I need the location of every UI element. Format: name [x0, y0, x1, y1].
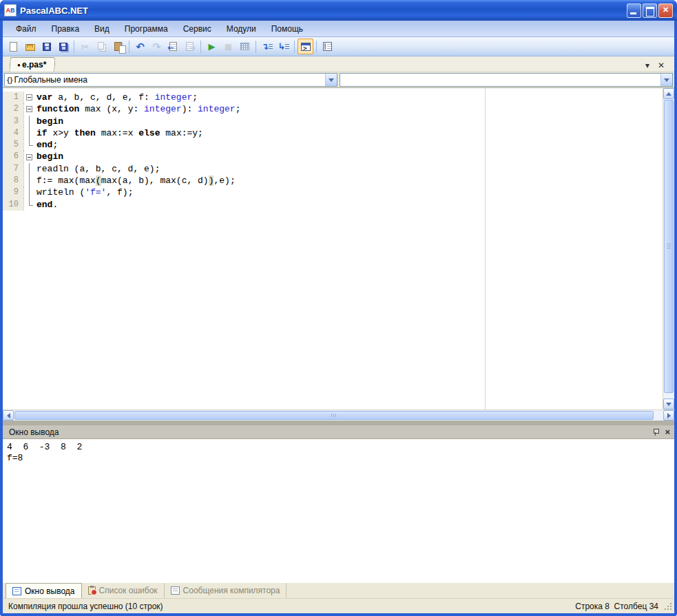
paste-button[interactable]	[110, 39, 126, 54]
save-button[interactable]	[39, 39, 54, 54]
bottom-tab-label: Список ошибок	[99, 586, 158, 595]
fold-collapse-icon[interactable]	[26, 94, 32, 100]
tab-list-dropdown-icon[interactable]: ▾	[641, 59, 654, 72]
show-console-icon	[301, 43, 311, 51]
step-into-button[interactable]	[259, 39, 275, 54]
tab-close-icon[interactable]: ✕	[654, 59, 669, 72]
run-button[interactable]	[204, 39, 220, 54]
line-number: 9	[3, 187, 23, 198]
code-token: var	[37, 92, 52, 103]
line-number: 8	[3, 175, 23, 187]
code-token: if	[37, 128, 48, 138]
pin-icon[interactable]	[652, 428, 659, 436]
menu-item-3[interactable]: Программа	[117, 22, 176, 36]
fold-marker[interactable]	[23, 103, 34, 115]
code-token: integer	[155, 92, 193, 103]
bottom-tab-0[interactable]: Окно вывода	[6, 583, 82, 598]
bottom-tab-1[interactable]: Список ошибок	[82, 583, 165, 598]
code-text: var a, b, c, d, e, f: integer;	[34, 92, 198, 103]
horizontal-scrollbar[interactable]	[3, 410, 674, 421]
code-text: function max (x, y: integer): integer;	[34, 103, 240, 115]
fold-marker[interactable]	[23, 92, 34, 103]
member-combo[interactable]	[340, 73, 673, 87]
output-close-icon[interactable]: ×	[665, 428, 670, 436]
print-margin-line	[485, 88, 486, 410]
copy-icon	[98, 42, 104, 50]
code-line: 9writeln ('f=', f);	[3, 187, 663, 198]
toolbar-separator	[256, 41, 256, 53]
code-token: end	[37, 140, 52, 150]
save-all-button[interactable]	[55, 39, 71, 54]
tab-e-pas[interactable]: ● e.pas*	[9, 57, 56, 72]
step-over-icon	[278, 41, 289, 52]
code-line: 10end.	[3, 199, 663, 211]
menu-item-6[interactable]: Помощь	[264, 22, 311, 36]
stop-button	[220, 39, 236, 54]
line-number: 3	[3, 116, 23, 127]
panel-splitter[interactable]	[3, 421, 674, 425]
code-line: 4if x>y then max:=x else max:=y;	[3, 127, 663, 139]
goto-prev-button[interactable]	[165, 39, 181, 54]
step-over-button[interactable]	[275, 39, 291, 54]
run-icon	[206, 41, 218, 52]
code-text: if x>y then max:=x else max:=y;	[34, 127, 203, 139]
resize-grip[interactable]	[664, 602, 673, 611]
maximize-button[interactable]	[643, 3, 657, 18]
menu-item-0[interactable]: Файл	[8, 22, 44, 36]
title-bar: PascalABC.NET	[0, 0, 677, 21]
code-line: 2function max (x, y: integer): integer;	[3, 103, 663, 115]
code-editor[interactable]: 1var a, b, c, d, e, f: integer;2function…	[3, 88, 674, 410]
scope-combo[interactable]: {} Глобальные имена	[4, 73, 337, 87]
code-token: ):	[182, 104, 198, 114]
code-token: begin	[37, 151, 63, 162]
modified-dot: ●	[17, 62, 21, 68]
vertical-scroll-thumb[interactable]	[664, 100, 674, 393]
line-number: 2	[3, 103, 23, 115]
menu-item-2[interactable]: Вид	[87, 22, 117, 36]
code-token: 'f='	[85, 187, 106, 198]
goto-next-icon	[186, 42, 194, 51]
minimize-button[interactable]	[627, 3, 641, 18]
compile-button[interactable]	[237, 39, 253, 54]
open-file-icon	[25, 44, 35, 51]
scroll-right-icon[interactable]	[663, 410, 674, 421]
step-into-icon	[261, 41, 273, 52]
fold-collapse-icon[interactable]	[26, 154, 32, 160]
output-panel-header: Окно вывода ×	[3, 425, 674, 439]
code-area[interactable]: 1var a, b, c, d, e, f: integer;2function…	[3, 88, 663, 410]
new-file-button[interactable]	[6, 39, 21, 54]
toolbar-separator	[129, 41, 129, 53]
show-console-button[interactable]	[298, 39, 313, 54]
code-token: integer	[144, 104, 182, 114]
chevron-down-icon[interactable]	[660, 74, 672, 86]
output-window-content[interactable]: 4 6 -3 8 2f=8	[3, 439, 674, 582]
menu-item-4[interactable]: Сервис	[176, 22, 219, 36]
fold-marker[interactable]	[23, 151, 34, 162]
vertical-scrollbar[interactable]	[663, 88, 674, 410]
menu-item-5[interactable]: Модули	[219, 22, 264, 36]
line-number: 1	[3, 92, 23, 103]
paste-icon	[114, 42, 122, 51]
save-all-icon	[59, 43, 67, 51]
bottom-tab-2[interactable]: Сообщения компилятора	[165, 583, 287, 598]
show-modules-button[interactable]	[320, 39, 335, 54]
fold-collapse-icon[interactable]	[26, 106, 32, 112]
copy-button	[94, 39, 110, 54]
menu-item-1[interactable]: Правка	[44, 22, 87, 36]
app-icon	[4, 4, 17, 17]
braces-icon: {}	[5, 76, 14, 84]
scroll-up-icon[interactable]	[663, 88, 674, 99]
toolbar-separator	[200, 41, 201, 53]
scroll-left-icon[interactable]	[3, 410, 14, 421]
open-file-button[interactable]	[22, 39, 38, 54]
chevron-down-icon[interactable]	[325, 74, 337, 86]
output-window-icon	[12, 587, 21, 595]
horizontal-scroll-thumb[interactable]	[14, 411, 654, 420]
code-token: max(a, b), max(c, d)	[101, 176, 209, 186]
code-text: readln (a, b, c, d, e);	[34, 163, 160, 175]
line-number: 5	[3, 139, 23, 151]
goto-prev-icon	[169, 42, 177, 51]
scroll-down-icon[interactable]	[663, 399, 674, 410]
undo-button[interactable]	[132, 39, 148, 54]
close-button[interactable]	[658, 3, 673, 18]
